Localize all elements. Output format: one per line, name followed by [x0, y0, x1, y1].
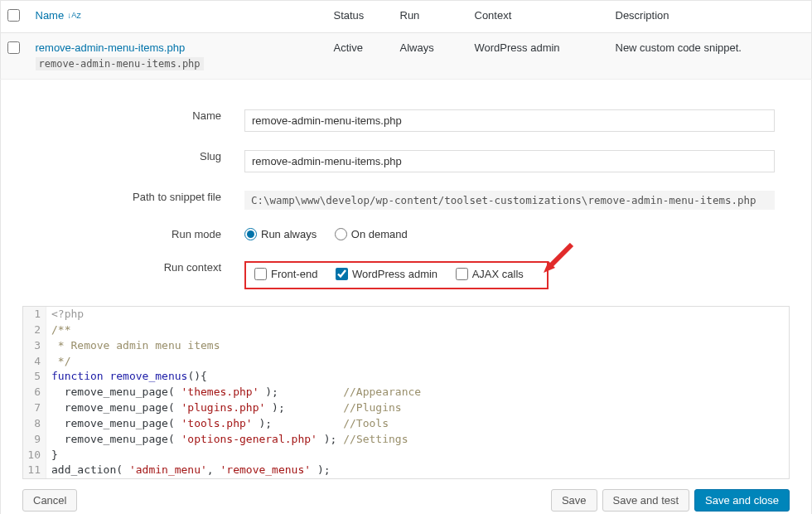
col-context-label[interactable]: Context [468, 1, 609, 33]
path-value: C:\wamp\www\develop/wp-content/toolset-c… [244, 191, 775, 210]
snippet-name-link[interactable]: remove-admin-menu-items.php [36, 41, 186, 54]
save-test-button[interactable]: Save and test [602, 489, 690, 512]
row-checkbox[interactable] [7, 41, 20, 54]
path-label: Path to snippet file [24, 182, 236, 218]
runctx-label: Run context [24, 253, 236, 298]
ctx-ajax-option[interactable]: AJAX calls [456, 268, 524, 280]
form-table: Name Slug Path to snippet file C:\wamp\w… [22, 99, 790, 299]
runcontext-highlight: Front-end WordPress admin AJAX calls [244, 261, 549, 289]
ctx-frontend-option[interactable]: Front-end [254, 268, 317, 280]
runmode-label: Run mode [24, 220, 236, 251]
slug-input[interactable] [244, 150, 775, 172]
runmode-ondemand-radio[interactable] [335, 228, 347, 240]
ctx-ajax-checkbox[interactable] [456, 268, 468, 280]
snippets-table: Name ↓AZ Status Run Context Description … [0, 0, 812, 514]
snippet-slug: remove-admin-menu-items.php [36, 57, 204, 70]
name-input[interactable] [244, 109, 775, 132]
code-editor[interactable]: 1<?php2/**3 * Remove admin menu items4 *… [22, 306, 790, 479]
col-description-label[interactable]: Description [609, 1, 812, 33]
runmode-always-option[interactable]: Run always [244, 228, 317, 240]
sort-icon: ↓AZ [67, 12, 81, 20]
runmode-ondemand-option[interactable]: On demand [335, 228, 408, 240]
slug-label: Slug [24, 142, 236, 181]
arrow-icon [539, 243, 575, 280]
ctx-frontend-checkbox[interactable] [254, 268, 267, 280]
name-label: Name [24, 101, 236, 140]
save-close-button[interactable]: Save and close [694, 489, 790, 512]
row-status: Active [327, 33, 394, 80]
col-status-label[interactable]: Status [327, 1, 394, 33]
col-name-label: Name [36, 9, 65, 22]
action-bar: Cancel Save Save and test Save and close [22, 489, 790, 512]
save-button[interactable]: Save [551, 489, 597, 512]
row-context: WordPress admin [468, 33, 609, 80]
header-row: Name ↓AZ Status Run Context Description [1, 1, 812, 33]
ctx-admin-option[interactable]: WordPress admin [336, 268, 437, 280]
table-row: remove-admin-menu-items.php remove-admin… [1, 33, 812, 80]
col-run-label[interactable]: Run [394, 1, 468, 33]
row-run: Always [394, 33, 468, 80]
cancel-button[interactable]: Cancel [22, 489, 77, 512]
ctx-admin-checkbox[interactable] [336, 268, 348, 280]
sort-by-name[interactable]: Name ↓AZ [36, 9, 81, 22]
row-description: New custom code snippet. [609, 33, 812, 80]
select-all-top[interactable] [7, 9, 20, 22]
editor-row: Name Slug Path to snippet file C:\wamp\w… [1, 80, 812, 515]
runmode-always-radio[interactable] [244, 228, 257, 240]
